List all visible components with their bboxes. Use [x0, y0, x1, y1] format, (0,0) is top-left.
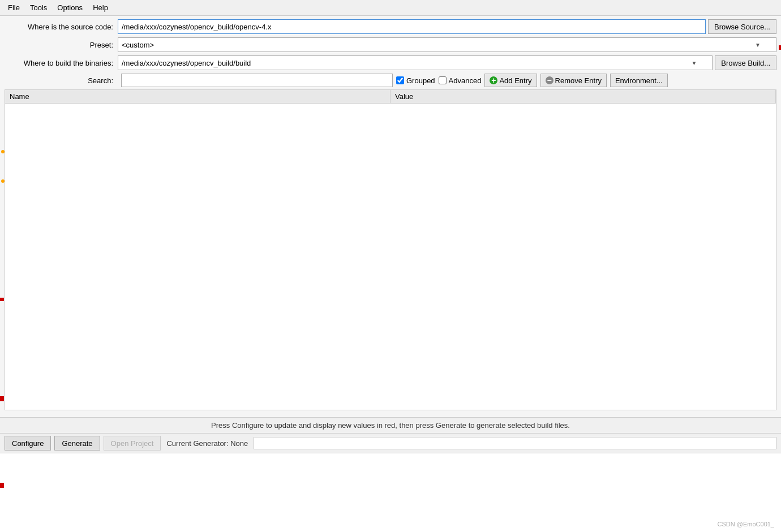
current-generator-label: Current Generator: None	[166, 439, 248, 448]
menu-options-label: Options	[57, 3, 83, 12]
search-label: Search:	[5, 76, 118, 85]
left-marker-red-7	[0, 486, 4, 488]
build-row: Where to build the binaries: /media/xxx/…	[5, 55, 776, 70]
remove-entry-label: Remove Entry	[555, 76, 602, 85]
status-message: Press Configure to update and display ne…	[211, 421, 570, 430]
menu-help[interactable]: Help	[88, 2, 113, 14]
menu-help-label: Help	[93, 3, 108, 12]
preset-label: Preset:	[5, 41, 118, 49]
advanced-checkbox[interactable]	[439, 76, 447, 84]
preset-row: Preset: <custom>	[5, 37, 776, 52]
output-area	[0, 453, 781, 532]
table-header: Name Value	[5, 90, 776, 104]
add-entry-icon: +	[490, 76, 497, 84]
menu-tools[interactable]: Tools	[25, 2, 52, 14]
menu-file[interactable]: File	[3, 2, 24, 14]
table-header-value: Value	[390, 90, 776, 103]
status-bar: Press Configure to update and display ne…	[0, 417, 781, 433]
build-select[interactable]: /media/xxx/cozynest/opencv_build/build	[118, 55, 713, 70]
generator-progress-bar	[254, 437, 776, 449]
grouped-label: Grouped	[406, 76, 435, 85]
advanced-label: Advanced	[449, 76, 482, 85]
grouped-checkbox[interactable]	[396, 76, 404, 84]
build-select-wrapper: /media/xxx/cozynest/opencv_build/build	[118, 55, 713, 70]
table-body	[5, 104, 776, 410]
source-input[interactable]	[118, 19, 706, 34]
left-marker-red-1	[0, 298, 4, 301]
main-content: Where is the source code: Browse Source.…	[0, 16, 781, 417]
remove-entry-button[interactable]: − Remove Entry	[540, 74, 607, 87]
preset-select-wrapper: <custom>	[118, 37, 776, 52]
left-marker-orange-1	[1, 150, 5, 153]
environment-button[interactable]: Environment...	[610, 74, 668, 87]
advanced-checkbox-label[interactable]: Advanced	[439, 76, 482, 85]
add-entry-label: Add Entry	[499, 76, 531, 85]
right-marker-1	[779, 45, 781, 50]
menu-tools-label: Tools	[30, 3, 47, 12]
menu-file-label: File	[8, 3, 20, 12]
left-marker-orange-2	[1, 179, 5, 183]
configure-button[interactable]: Configure	[5, 436, 51, 451]
remove-entry-icon: −	[546, 76, 553, 84]
toolbar-row: Search: Grouped Advanced + Add Entry − R…	[5, 74, 776, 87]
source-row: Where is the source code: Browse Source.…	[5, 19, 776, 34]
build-label: Where to build the binaries:	[5, 59, 118, 67]
menubar: File Tools Options Help	[0, 0, 781, 16]
generate-button[interactable]: Generate	[54, 436, 100, 451]
browse-build-button[interactable]: Browse Build...	[715, 55, 776, 70]
bottom-buttons: Configure Generate Open Project Current …	[0, 433, 781, 453]
search-input[interactable]	[121, 74, 393, 87]
open-project-button[interactable]: Open Project	[104, 436, 161, 451]
table-header-name: Name	[5, 90, 390, 103]
left-marker-red-4	[0, 400, 4, 401]
grouped-checkbox-label[interactable]: Grouped	[396, 76, 435, 85]
preset-select[interactable]: <custom>	[118, 37, 776, 52]
browse-source-button[interactable]: Browse Source...	[708, 19, 776, 34]
menu-options[interactable]: Options	[53, 2, 87, 14]
add-entry-button[interactable]: + Add Entry	[484, 74, 537, 87]
source-label: Where is the source code:	[5, 23, 118, 31]
cmake-table: Name Value	[5, 89, 776, 410]
watermark: CSDN @EmoC001_	[718, 521, 774, 527]
